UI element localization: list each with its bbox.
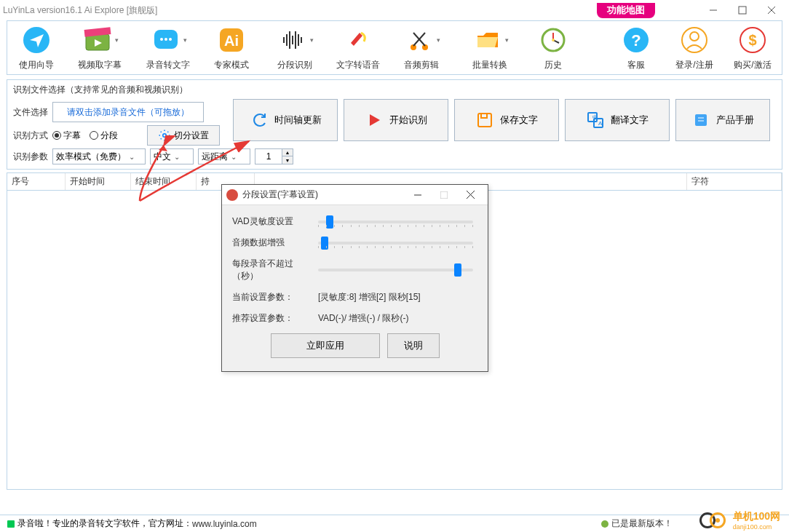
- maximize-button[interactable]: [728, 1, 757, 19]
- audio2text-button[interactable]: ▾ 录音转文字: [134, 24, 202, 71]
- panel-hint: 识别文件选择（支持常见的音频和视频识别）: [13, 84, 776, 96]
- translate-icon: 中A: [586, 111, 605, 130]
- segment-settings-dialog: 分段设置(字幕设置) VAD灵敏度设置 音频数据增强 每段录音不超过（秒） 当前…: [221, 184, 488, 372]
- segment-button[interactable]: ▾ 分段识别: [261, 24, 329, 71]
- buy-button[interactable]: $ 购买/激活: [723, 24, 782, 71]
- chevron-down-icon: ▾: [437, 36, 440, 44]
- status-url[interactable]: www.luyinla.com: [192, 519, 257, 529]
- watermark: 单机100网danji100.com: [699, 510, 780, 531]
- svg-rect-1: [739, 7, 746, 14]
- titlebar: LuYinLa version16.1 Ai Explore [旗舰版] 功能地…: [0, 0, 789, 20]
- svg-point-33: [163, 134, 167, 138]
- spin-down[interactable]: ▼: [282, 156, 293, 164]
- dialog-icon: [226, 189, 238, 201]
- scissors-icon: [403, 24, 435, 56]
- mode-label: 识别方式: [13, 130, 48, 142]
- status-brand: 录音啦！: [17, 517, 52, 530]
- col-seq[interactable]: 序号: [7, 173, 66, 190]
- vad-label: VAD灵敏度设置: [232, 215, 312, 228]
- current-params-value: [灵敏度:8] 增强[2] 限秒[15]: [318, 291, 421, 303]
- col-end[interactable]: 结束时间: [131, 173, 197, 190]
- chevron-down-icon: ▾: [183, 36, 187, 44]
- col-chars[interactable]: 字符: [687, 173, 782, 190]
- save-text-button[interactable]: 保存文字: [454, 99, 559, 141]
- folder-icon: [472, 24, 504, 56]
- expert-button[interactable]: Ai 专家模式: [202, 24, 261, 71]
- chat-icon: [150, 24, 182, 56]
- chevron-down-icon: ▾: [310, 36, 314, 44]
- chevron-down-icon: ▾: [115, 36, 119, 44]
- svg-text:?: ?: [631, 31, 641, 49]
- svg-rect-44: [440, 191, 448, 199]
- chevron-down-icon: ⌄: [231, 153, 237, 161]
- apply-button[interactable]: 立即应用: [271, 333, 380, 358]
- recommend-params-value: VAD(-)/ 增强(-) / 限秒(-): [318, 312, 408, 325]
- mode-subtitle-radio[interactable]: 字幕: [52, 130, 81, 142]
- gear-icon: [158, 129, 171, 142]
- manual-button[interactable]: 产品手册: [675, 99, 770, 141]
- number-spinner[interactable]: 1▲▼: [255, 148, 293, 164]
- svg-text:A: A: [598, 120, 603, 127]
- action-buttons: 时间轴更新 开始识别 保存文字 中A翻译文字 产品手册: [233, 99, 770, 146]
- feature-map-badge[interactable]: 功能地图: [597, 3, 655, 18]
- paper-plane-icon: [20, 24, 52, 56]
- distance-select[interactable]: 远距离⌄: [198, 148, 250, 164]
- status-icon: [7, 520, 15, 528]
- batch-button[interactable]: ▾ 批量转换: [456, 24, 524, 71]
- efficiency-select[interactable]: 效率模式（免费）⌄: [52, 148, 146, 164]
- maxsec-label: 每段录音不超过（秒）: [232, 258, 312, 282]
- svg-text:中: 中: [592, 114, 598, 121]
- vad-slider[interactable]: [318, 221, 473, 223]
- chevron-down-icon: ▾: [505, 36, 509, 44]
- tts-button[interactable]: 文字转语音: [329, 24, 387, 71]
- file-picker[interactable]: 请双击添加录音文件（可拖放）: [52, 102, 204, 122]
- dollar-icon: $: [737, 24, 769, 56]
- service-button[interactable]: ? 客服: [607, 24, 665, 71]
- dialog-minimize[interactable]: [405, 186, 431, 204]
- svg-point-9: [160, 38, 163, 41]
- minimize-button[interactable]: [699, 1, 728, 19]
- start-recognize-button[interactable]: 开始识别: [344, 99, 448, 141]
- book-icon: [691, 111, 710, 130]
- enhance-slider[interactable]: [318, 242, 473, 245]
- svg-point-30: [690, 32, 699, 41]
- svg-point-26: [552, 39, 555, 41]
- svg-rect-35: [478, 114, 491, 127]
- maxsec-slider[interactable]: [318, 269, 473, 271]
- timeline-update-button[interactable]: 时间轴更新: [233, 99, 338, 141]
- cut-settings-button[interactable]: 切分设置: [147, 125, 220, 146]
- translate-button[interactable]: 中A翻译文字: [565, 99, 670, 141]
- status-desc: 专业的录音转文字软件，官方网址：: [52, 517, 192, 530]
- video-caption-button[interactable]: ▾ 视频取字幕: [66, 24, 134, 71]
- language-select[interactable]: 中文⌄: [150, 148, 194, 164]
- waveform-icon: [277, 24, 309, 56]
- spin-up[interactable]: ▲: [282, 149, 293, 156]
- dialog-maximize[interactable]: [431, 186, 457, 204]
- refresh-icon: [250, 111, 269, 130]
- dialog-title: 分段设置(字幕设置): [242, 188, 405, 201]
- svg-marker-34: [370, 114, 380, 126]
- recommend-params-label: 推荐设置参数：: [232, 312, 312, 325]
- play-icon: [365, 111, 384, 130]
- dialog-close[interactable]: [457, 186, 483, 204]
- guide-button[interactable]: 使用向导: [7, 24, 66, 71]
- help-button[interactable]: 说明: [387, 333, 440, 358]
- latest-version: 已是最新版本！: [601, 517, 673, 530]
- param-label: 识别参数: [13, 151, 48, 163]
- svg-point-10: [164, 38, 167, 41]
- watermark-logo: [699, 512, 729, 529]
- login-button[interactable]: 登录/注册: [665, 24, 723, 71]
- megaphone-icon: [342, 24, 374, 56]
- audio-cut-button[interactable]: ▾ 音频剪辑: [387, 24, 456, 71]
- chevron-down-icon: ⌄: [174, 153, 180, 161]
- chevron-down-icon: ⌄: [129, 153, 135, 161]
- svg-rect-40: [695, 114, 707, 126]
- window-title: LuYinLa version16.1 Ai Explore [旗舰版]: [3, 4, 157, 17]
- config-panel: 识别文件选择（支持常见的音频和视频识别） 文件选择 请双击添加录音文件（可拖放）…: [7, 79, 782, 170]
- close-button[interactable]: [757, 1, 786, 19]
- status-dot-icon: [601, 520, 608, 528]
- col-start[interactable]: 开始时间: [66, 173, 131, 190]
- svg-text:Ai: Ai: [224, 33, 239, 49]
- mode-segment-radio[interactable]: 分段: [90, 130, 118, 142]
- history-button[interactable]: 历史: [524, 24, 582, 71]
